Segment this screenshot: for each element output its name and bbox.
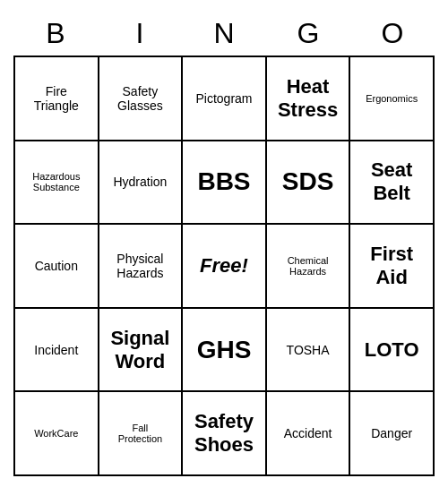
bingo-card: BINGO FireTriangleSafetyGlassesPictogram… (13, 11, 435, 476)
header-letter: G (266, 11, 350, 56)
header-letter: N (182, 11, 266, 56)
bingo-cell: Pictogram (183, 57, 267, 141)
cell-text: SafetyGlasses (117, 84, 163, 113)
header-letter: B (13, 11, 98, 56)
cell-text: Caution (35, 259, 78, 273)
header-letter: O (350, 11, 435, 56)
bingo-cell: Danger (350, 392, 435, 476)
bingo-grid: FireTriangleSafetyGlassesPictogramHeatSt… (13, 56, 435, 476)
bingo-cell: SDS (267, 141, 351, 226)
bingo-cell: HazardousSubstance (15, 141, 99, 226)
bingo-cell: Hydration (99, 141, 184, 226)
cell-text: SeatBelt (371, 158, 412, 205)
cell-text: FireTriangle (34, 84, 79, 113)
cell-text: ChemicalHazards (288, 255, 329, 277)
cell-text: TOSHA (287, 343, 330, 357)
bingo-cell: PhysicalHazards (99, 225, 184, 309)
bingo-cell: HeatStress (267, 57, 351, 141)
cell-text: BBS (197, 167, 250, 196)
cell-text: SignalWord (110, 327, 169, 373)
bingo-cell: BBS (183, 141, 267, 226)
bingo-cell: TOSHA (267, 309, 351, 393)
bingo-cell: LOTO (350, 309, 435, 393)
bingo-cell: FirstAid (350, 225, 435, 309)
cell-text: WorkCare (34, 428, 78, 439)
cell-text: GHS (197, 336, 252, 364)
bingo-cell: SafetyShoes (183, 392, 267, 476)
cell-text: Accident (284, 426, 332, 440)
bingo-header: BINGO (13, 11, 435, 56)
bingo-cell: GHS (183, 309, 267, 393)
bingo-cell: Ergonomics (350, 57, 435, 141)
cell-text: FirstAid (370, 243, 413, 289)
cell-text: HeatStress (278, 75, 338, 122)
cell-text: Pictogram (195, 91, 252, 106)
bingo-cell: FallProtection (99, 392, 184, 476)
header-letter: I (98, 11, 182, 56)
bingo-cell: Free! (183, 225, 267, 309)
bingo-cell: FireTriangle (15, 57, 99, 141)
cell-text: HazardousSubstance (32, 171, 80, 192)
bingo-cell: WorkCare (15, 392, 99, 476)
bingo-cell: SignalWord (99, 309, 184, 393)
cell-text: Ergonomics (366, 93, 418, 104)
cell-text: SDS (282, 167, 334, 196)
cell-text: Hydration (113, 175, 167, 189)
cell-text: FallProtection (118, 423, 163, 444)
bingo-cell: Incident (15, 309, 99, 393)
cell-text: SafetyShoes (194, 410, 254, 457)
bingo-cell: Caution (15, 225, 99, 309)
bingo-cell: Accident (267, 392, 351, 476)
bingo-row: HazardousSubstanceHydrationBBSSDSSeatBel… (15, 141, 435, 226)
bingo-row: CautionPhysicalHazardsFree!ChemicalHazar… (15, 225, 435, 309)
bingo-cell: SafetyGlasses (99, 57, 184, 141)
cell-text: Danger (371, 426, 412, 440)
cell-text: PhysicalHazards (116, 252, 163, 280)
cell-text: Free! (200, 254, 248, 278)
bingo-row: IncidentSignalWordGHSTOSHALOTO (15, 309, 435, 393)
cell-text: LOTO (365, 338, 419, 362)
bingo-cell: SeatBelt (350, 141, 435, 226)
bingo-cell: ChemicalHazards (267, 225, 351, 309)
bingo-row: FireTriangleSafetyGlassesPictogramHeatSt… (15, 57, 435, 141)
cell-text: Incident (34, 343, 78, 357)
bingo-row: WorkCareFallProtectionSafetyShoesAcciden… (15, 392, 435, 476)
